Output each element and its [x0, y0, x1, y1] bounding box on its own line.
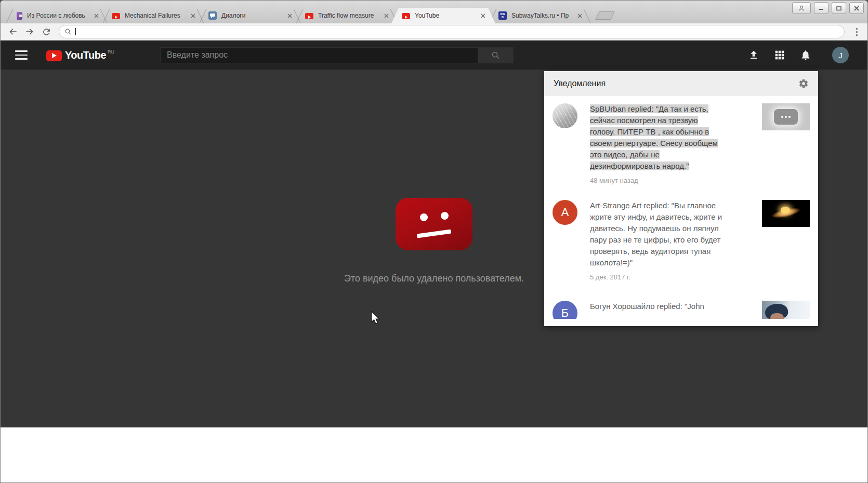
search-icon: [491, 51, 500, 60]
youtube-icon: [112, 13, 120, 19]
deleted-video-message: Это видео было удалено пользователем.: [344, 273, 524, 284]
tab-close-icon[interactable]: [189, 12, 197, 20]
tab-title: SubwayTalks.ru • Пр: [511, 12, 574, 19]
browser-toolbar: [1, 23, 867, 41]
maximize-button[interactable]: [832, 2, 846, 14]
youtube-logo[interactable]: YouTube RU: [46, 49, 114, 61]
youtube-play-icon: [46, 50, 62, 61]
logo-country-badge: RU: [108, 49, 114, 55]
tab-youtube-active[interactable]: YouTube: [391, 8, 495, 23]
reload-button[interactable]: [39, 24, 54, 39]
maximize-icon: [836, 5, 842, 11]
search-icon: [64, 28, 72, 35]
avatar: [553, 103, 577, 128]
browser-window: Из России с любовь Mechanical Failures Д…: [0, 0, 868, 483]
tab-subwaytalks[interactable]: NW D SubwayTalks.ru • Пр: [488, 8, 592, 23]
notification-text: Богун Хорошайло replied: "John: [590, 301, 723, 312]
gear-icon[interactable]: [798, 78, 809, 89]
notifications-title: Уведомления: [554, 79, 606, 88]
notifications-header: Уведомления: [544, 71, 818, 96]
tab-strip: Из России с любовь Mechanical Failures Д…: [5, 8, 613, 23]
tab-close-icon[interactable]: [383, 12, 390, 20]
tab-close-icon[interactable]: [576, 12, 584, 20]
hamburger-menu-icon[interactable]: [15, 50, 28, 60]
notification-item[interactable]: SpBUrban replied: "Да так и есть, сейчас…: [544, 103, 818, 184]
notification-time: 48 минут назад: [590, 177, 723, 184]
window-controls: [792, 2, 864, 14]
text-caret: [75, 28, 76, 35]
youtube-icon: [402, 13, 410, 19]
mouse-cursor: [370, 311, 381, 325]
search-input[interactable]: [160, 47, 478, 63]
upload-icon[interactable]: [748, 49, 759, 61]
minimize-icon: [818, 5, 824, 11]
video-thumbnail: [762, 103, 810, 130]
tab-mechanical-failures[interactable]: Mechanical Failures: [101, 8, 205, 23]
reload-icon: [42, 27, 51, 37]
page-below-player: [1, 427, 867, 483]
close-window-button[interactable]: [849, 2, 864, 14]
titlebar: Из России с любовь Mechanical Failures Д…: [1, 1, 867, 23]
apps-grid-icon[interactable]: [774, 50, 785, 60]
avatar-letter: J: [838, 51, 843, 60]
tab-traffic-flow[interactable]: Traffic flow measure: [295, 8, 399, 23]
search-area: [160, 47, 514, 63]
eye-icon: [420, 213, 428, 221]
youtube-masthead: YouTube RU J: [1, 41, 867, 70]
blue-chat-icon: [208, 11, 217, 20]
back-arrow-icon: [8, 26, 18, 37]
avatar: A: [553, 200, 577, 225]
tab-title: Traffic flow measure: [318, 12, 380, 19]
minimize-button[interactable]: [814, 2, 828, 14]
url-input[interactable]: [80, 28, 839, 36]
notifications-panel: Уведомления SpBUrban replied: "Да так и …: [544, 71, 818, 326]
eye-icon: [441, 212, 449, 220]
notification-item[interactable]: A Art-Strange Art replied: "Вы главное ж…: [544, 200, 818, 281]
user-avatar[interactable]: J: [832, 47, 849, 63]
search-button[interactable]: [478, 47, 514, 63]
notification-text: SpBUrban replied: "Да так и есть, сейчас…: [590, 103, 723, 172]
back-button[interactable]: [6, 24, 20, 39]
tab-title: Диалоги: [221, 12, 284, 19]
bell-icon[interactable]: [800, 49, 811, 61]
close-icon: [853, 5, 860, 11]
tab-iz-rossii[interactable]: Из России с любовь: [5, 8, 109, 23]
notification-time: 5 дек. 2017 г.: [590, 273, 723, 281]
person-icon: [798, 5, 805, 12]
tab-title: Из России с любовь: [27, 12, 90, 19]
notification-item[interactable]: Б Богун Хорошайло replied: "John: [544, 301, 818, 319]
logo-text: YouTube: [65, 49, 106, 61]
browser-profile-button[interactable]: [792, 2, 811, 14]
notifications-list: SpBUrban replied: "Да так и есть, сейчас…: [544, 96, 818, 319]
video-thumbnail: [762, 301, 810, 319]
forward-arrow-icon: [24, 26, 35, 37]
new-tab-button[interactable]: [595, 11, 614, 20]
video-thumbnail: [762, 200, 810, 227]
address-bar[interactable]: [59, 25, 845, 38]
browser-menu-button[interactable]: [852, 25, 861, 38]
youtube-icon: [305, 13, 313, 19]
deleted-video-icon: [396, 198, 472, 250]
notification-text: Art-Strange Art replied: "Вы главное жри…: [590, 200, 723, 269]
nwd-icon: NW D: [498, 11, 507, 20]
purple-book-icon: [16, 12, 22, 20]
avatar: Б: [553, 301, 577, 319]
tab-close-icon[interactable]: [286, 12, 294, 20]
masthead-icons: [748, 49, 811, 61]
tab-close-icon[interactable]: [479, 12, 487, 20]
tab-title: Mechanical Failures: [125, 12, 187, 19]
tab-title: YouTube: [415, 12, 477, 19]
tab-dialogi[interactable]: Диалоги: [198, 8, 302, 23]
forward-button[interactable]: [22, 24, 37, 39]
tab-close-icon[interactable]: [93, 12, 100, 20]
mouth-icon: [417, 229, 451, 238]
